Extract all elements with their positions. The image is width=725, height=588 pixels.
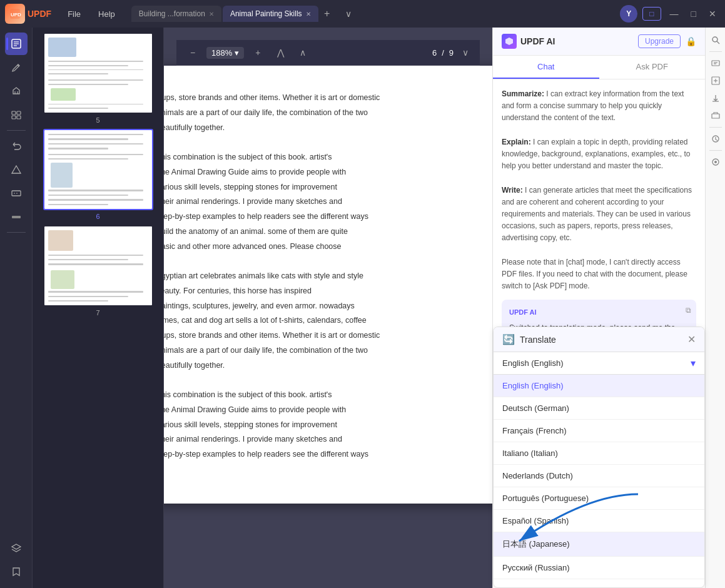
edit-mode-button[interactable] — [5, 56, 28, 79]
upgrade-button[interactable]: □ — [642, 7, 661, 21]
svg-rect-11 — [17, 116, 21, 119]
pdf-line-8: Their animal renderings. I provide many … — [164, 195, 492, 210]
right-tool-3[interactable] — [708, 73, 723, 88]
selected-language-text: English (English) — [502, 358, 564, 368]
language-selector[interactable]: English (English) ▾ — [494, 352, 704, 375]
right-divider-3 — [709, 150, 722, 151]
bookmark-button[interactable] — [5, 560, 28, 583]
svg-point-16 — [712, 37, 717, 42]
ai-message-label: UPDF AI — [509, 307, 689, 318]
lang-german[interactable]: Deutsch (German) — [494, 397, 704, 420]
layers-button[interactable] — [5, 537, 28, 559]
right-tool-7[interactable] — [708, 155, 723, 170]
tab-0-close[interactable]: ✕ — [209, 11, 214, 18]
svg-rect-15 — [12, 216, 21, 218]
window-controls: Y □ — □ ✕ — [620, 5, 720, 23]
ai-upgrade-button[interactable]: Upgrade — [638, 34, 681, 48]
redact-button[interactable] — [5, 206, 28, 228]
close-button[interactable]: ✕ — [705, 8, 720, 20]
pdf-line-19: Beautifully together. — [164, 358, 492, 373]
left-sidebar — [0, 28, 33, 588]
file-menu[interactable]: File — [61, 7, 87, 21]
right-divider-2 — [709, 127, 722, 128]
thumbnail-panel[interactable]: 5 6 — [33, 28, 164, 588]
right-tool-6[interactable] — [708, 131, 723, 146]
translate-card-header: 🔄 Translate ✕ — [494, 327, 704, 352]
ai-panel-header: UPDF AI Upgrade 🔒 — [493, 28, 705, 56]
pdf-line-24: Their animal renderings. I provide many … — [164, 432, 492, 447]
thumbnail-img-6 — [43, 129, 153, 210]
thumbnail-label-6: 6 — [96, 213, 99, 220]
zoom-out-button[interactable]: − — [184, 44, 201, 61]
lang-korean[interactable]: 한국어 (Korean) — [494, 579, 704, 587]
zoom-in-button[interactable]: + — [249, 44, 266, 61]
pdf-line-6: The Animal Drawing Guide aims to provide… — [164, 165, 492, 180]
title-bar: UPDF UPDF File Help Building ...formatio… — [0, 0, 725, 28]
ai-header-right: Upgrade 🔒 — [638, 34, 696, 48]
lang-russian[interactable]: Русский (Russian) — [494, 557, 704, 579]
tab-nav-left[interactable]: ∨ — [341, 6, 356, 21]
svg-rect-10 — [12, 116, 16, 119]
forms-button[interactable] — [5, 182, 28, 205]
svg-rect-8 — [12, 111, 16, 114]
tab-nav-arrows: ∨ — [341, 6, 356, 21]
zoom-level-text: 188% — [211, 48, 232, 58]
lang-italian[interactable]: Italiano (Italian) — [494, 442, 704, 465]
pdf-line-10: Build the anatomy of an animal. some of … — [164, 225, 492, 240]
nav-up-button[interactable]: ∧ — [294, 44, 312, 61]
tab-1-close[interactable]: ✕ — [306, 11, 311, 18]
lock-icon: 🔒 — [686, 36, 696, 46]
page-navigation: 6 / 9 ∨ — [432, 46, 472, 59]
language-dropdown-list[interactable]: English (English) Deutsch (German) Franç… — [494, 375, 704, 587]
copy-icon[interactable]: ⧉ — [686, 305, 691, 317]
pdf-line-13: Egyptian art celebrates animals like cat… — [164, 269, 492, 284]
organize-mode-button[interactable] — [5, 104, 28, 126]
right-divider-1 — [709, 51, 722, 52]
minimize-button[interactable]: — — [666, 8, 682, 20]
search-right-button[interactable] — [708, 33, 723, 48]
tab-add-button[interactable]: + — [320, 6, 335, 21]
tool-bottom — [5, 537, 28, 583]
svg-rect-9 — [17, 111, 21, 114]
pdf-line-18: Animals are a part of our daily life, th… — [164, 343, 492, 358]
translate-icon: 🔄 — [502, 333, 515, 345]
help-menu[interactable]: Help — [92, 7, 121, 21]
ai-tab-askpdf[interactable]: Ask PDF — [599, 56, 706, 79]
thumbnail-page-6[interactable]: 6 — [38, 129, 158, 220]
right-tool-5[interactable] — [708, 108, 723, 123]
lang-spanish[interactable]: Español (Spanish) — [494, 510, 704, 532]
language-selector-arrow: ▾ — [691, 357, 696, 369]
read-mode-button[interactable] — [5, 33, 28, 55]
shapes-button[interactable] — [5, 158, 28, 181]
ai-tab-chat[interactable]: Chat — [493, 56, 599, 79]
page-down-button[interactable]: ∨ — [459, 46, 472, 59]
tab-0[interactable]: Building ...formation ✕ — [131, 6, 221, 22]
annotate-mode-button[interactable] — [5, 80, 28, 103]
lang-dutch[interactable]: Nederlands (Dutch) — [494, 465, 704, 487]
pdf-line-17: Cups, store brands and other items. Whet… — [164, 328, 492, 343]
thumbnail-page-5[interactable]: 5 — [38, 33, 158, 124]
right-tool-2[interactable] — [708, 56, 723, 71]
zoom-display[interactable]: 188% ▾ — [206, 47, 244, 59]
logo-text: UPDF — [28, 9, 51, 19]
translate-title: 🔄 Translate — [502, 333, 556, 345]
lang-french[interactable]: Français (French) — [494, 420, 704, 442]
lang-portuguese[interactable]: Português (Portuguese) — [494, 487, 704, 510]
viewer-toolbar: − 188% ▾ + ⋀ ∧ 6 / 9 ∨ — [176, 40, 480, 66]
translate-close-button[interactable]: ✕ — [687, 333, 696, 345]
thumbnail-img-7 — [43, 225, 153, 307]
user-avatar[interactable]: Y — [620, 5, 637, 23]
tab-1[interactable]: Animal Painting Skills ✕ — [223, 6, 318, 22]
pdf-line-4 — [164, 135, 492, 150]
right-tool-4[interactable] — [708, 91, 723, 106]
tabs-area: Building ...formation ✕ Animal Painting … — [131, 6, 615, 22]
nav-top-button[interactable]: ⋀ — [271, 44, 289, 61]
pdf-viewer[interactable]: − 188% ▾ + ⋀ ∧ 6 / 9 ∨ Cups, store brand… — [164, 28, 492, 588]
lang-english[interactable]: English (English) — [494, 375, 704, 397]
thumbnail-img-5 — [43, 33, 153, 114]
thumbnail-page-7[interactable]: 7 — [38, 225, 158, 317]
undo-button[interactable] — [5, 134, 28, 157]
lang-japanese[interactable]: 日本語 (Japanese) — [494, 532, 704, 557]
maximize-button[interactable]: □ — [687, 8, 700, 20]
pdf-line-1: Cups, store brands and other items. Whet… — [164, 91, 492, 106]
